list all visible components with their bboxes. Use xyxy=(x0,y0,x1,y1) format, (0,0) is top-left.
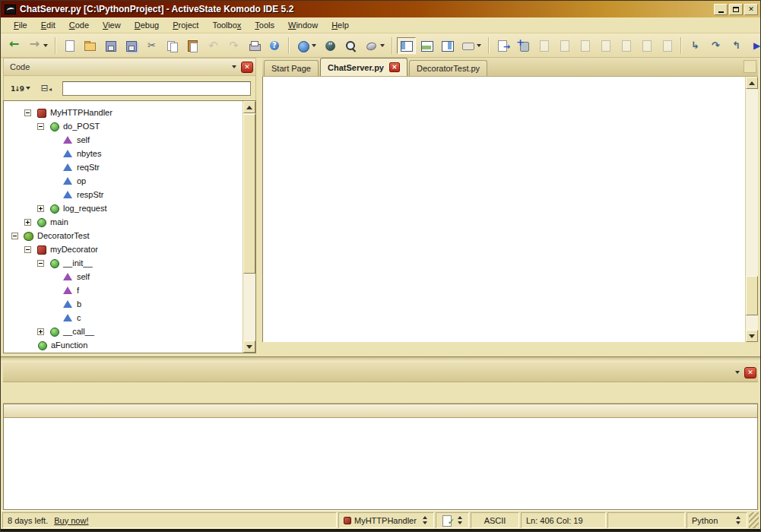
tree-item-self[interactable]: self xyxy=(4,270,243,283)
code-panel-close-button[interactable]: ✕ xyxy=(241,62,253,73)
tree-item-log_request[interactable]: log_request xyxy=(4,201,243,215)
step-out-button[interactable] xyxy=(727,37,746,54)
scc-add-button[interactable] xyxy=(514,37,533,54)
expand-icon[interactable] xyxy=(24,219,31,226)
menu-window[interactable]: Window xyxy=(281,18,325,32)
tree-item-aFunction[interactable]: aFunction xyxy=(4,338,243,352)
spinner-icon[interactable] xyxy=(735,515,742,525)
output-panel-menu-button[interactable] xyxy=(730,366,742,378)
tree-item-main[interactable]: main xyxy=(4,215,243,229)
code-area[interactable] xyxy=(263,77,745,342)
buy-now-link[interactable]: Buy now! xyxy=(54,516,88,525)
collapse-all-button[interactable] xyxy=(35,80,54,97)
open-minibuffer-button[interactable] xyxy=(458,37,484,54)
toggle-left-pane-button[interactable] xyxy=(397,37,416,54)
help-button[interactable] xyxy=(265,37,284,54)
scc-update-button[interactable] xyxy=(493,37,512,54)
spinner-icon[interactable] xyxy=(457,515,464,525)
cut-button[interactable] xyxy=(142,37,161,54)
collapse-icon[interactable] xyxy=(37,260,44,267)
syntax-status-box[interactable] xyxy=(436,512,469,528)
resize-grip[interactable] xyxy=(749,512,759,528)
menu-file[interactable]: File xyxy=(7,18,34,32)
tree-item-respStr[interactable]: respStr xyxy=(4,188,243,201)
go-back-button[interactable] xyxy=(5,37,24,54)
save-file-button[interactable] xyxy=(101,37,120,54)
open-file-button[interactable] xyxy=(81,37,100,54)
sort-order-button[interactable] xyxy=(8,80,33,97)
tree-item-c[interactable]: c xyxy=(4,311,243,325)
collapse-icon[interactable] xyxy=(11,233,18,239)
copy-button[interactable] xyxy=(163,37,182,54)
record-macro-button[interactable] xyxy=(362,37,388,54)
save-all-button[interactable] xyxy=(122,37,141,54)
scroll-up-button[interactable] xyxy=(243,101,255,113)
toggle-bottom-pane-button[interactable] xyxy=(417,37,436,54)
step-in-button[interactable] xyxy=(686,37,705,54)
collapse-icon[interactable] xyxy=(37,123,44,130)
menu-project[interactable]: Project xyxy=(166,18,205,32)
spinner-icon[interactable] xyxy=(422,515,429,525)
output-panel-close-button[interactable]: ✕ xyxy=(744,367,756,378)
scc-remove-icon xyxy=(579,40,591,52)
menu-code[interactable]: Code xyxy=(62,18,96,32)
menu-debug[interactable]: Debug xyxy=(128,18,166,32)
menu-tools[interactable]: Tools xyxy=(248,18,281,32)
toggle-right-pane-button[interactable] xyxy=(438,37,457,54)
close-button[interactable]: ✕ xyxy=(744,4,758,15)
horizontal-splitter[interactable] xyxy=(1,356,760,364)
paste-button[interactable] xyxy=(183,37,202,54)
collapse-icon[interactable] xyxy=(24,246,31,253)
find-button[interactable] xyxy=(341,37,360,54)
preview-in-browser-button[interactable] xyxy=(293,37,319,54)
scroll-up-button[interactable] xyxy=(746,77,758,89)
collapse-icon[interactable] xyxy=(24,109,31,116)
tree-item-myDecorator[interactable]: myDecorator xyxy=(4,242,243,256)
tree-item-b[interactable]: b xyxy=(4,297,243,311)
tree-item-__call__[interactable]: __call__ xyxy=(4,325,243,338)
language-box[interactable]: Python xyxy=(686,512,747,528)
comment-button[interactable] xyxy=(321,37,340,54)
tree-item-nbytes[interactable]: nbytes xyxy=(4,147,243,160)
scroll-thumb[interactable] xyxy=(243,114,255,274)
menu-toolbox[interactable]: Toolbox xyxy=(205,18,248,32)
tree-item-op[interactable]: op xyxy=(4,174,243,188)
tab-decoratortest-py[interactable]: DecoratorTest.py xyxy=(409,60,487,76)
encoding-value: ASCII xyxy=(484,516,506,525)
encoding-box[interactable]: ASCII xyxy=(471,512,519,528)
tab-list-dropdown[interactable] xyxy=(744,60,756,73)
tab-start-page[interactable]: Start Page xyxy=(264,60,319,76)
tree-item-__init__[interactable]: __init__ xyxy=(4,256,243,270)
tree-item-DecoratorTest[interactable]: DecoratorTest xyxy=(4,229,243,242)
scroll-down-button[interactable] xyxy=(243,340,255,353)
go-forward-button[interactable] xyxy=(25,37,51,54)
tree-item-self[interactable]: self xyxy=(4,133,243,147)
editor-vertical-scrollbar[interactable] xyxy=(745,77,758,342)
menu-edit[interactable]: Edit xyxy=(34,18,62,32)
minimize-button[interactable] xyxy=(714,4,728,15)
new-file-button[interactable] xyxy=(60,37,79,54)
print-button[interactable] xyxy=(245,37,264,54)
symbol-filter-input[interactable] xyxy=(62,81,251,96)
tab-chatserver-py[interactable]: ChatServer.py✕ xyxy=(320,58,407,76)
expand-icon[interactable] xyxy=(37,328,44,335)
scroll-down-button[interactable] xyxy=(746,330,758,342)
tree-item-do_POST[interactable]: do_POST xyxy=(4,119,243,133)
tree-scrollbar[interactable] xyxy=(243,101,255,353)
tree-item-reqStr[interactable]: reqStr xyxy=(4,160,243,174)
maximize-button[interactable] xyxy=(729,4,743,15)
tree-item-label: DecoratorTest xyxy=(37,231,89,240)
vertical-splitter[interactable] xyxy=(256,58,262,356)
current-symbol-box[interactable]: MyHTTPHandler xyxy=(338,512,434,528)
go-continue-button[interactable] xyxy=(747,37,761,54)
tree-item-f[interactable]: f xyxy=(4,283,243,297)
step-over-button[interactable] xyxy=(706,37,725,54)
menu-view[interactable]: View xyxy=(96,18,128,32)
var-icon xyxy=(63,190,72,199)
menu-help[interactable]: Help xyxy=(325,18,356,32)
expand-icon[interactable] xyxy=(37,205,44,212)
scroll-thumb[interactable] xyxy=(746,276,758,315)
tree-item-MyHTTPHandler[interactable]: MyHTTPHandler xyxy=(4,106,243,119)
code-panel-menu-button[interactable] xyxy=(227,61,239,73)
close-tab-button[interactable]: ✕ xyxy=(389,62,400,72)
